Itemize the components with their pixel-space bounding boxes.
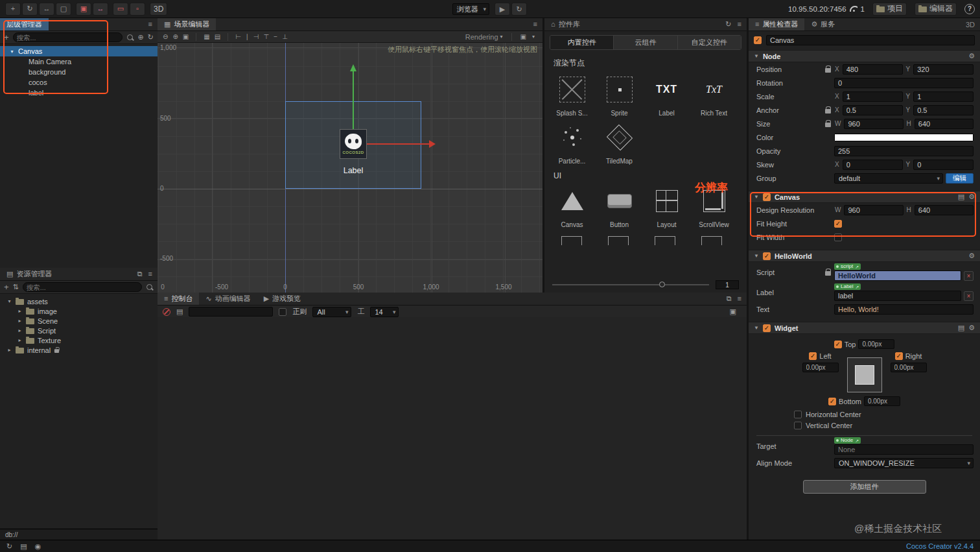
disclosure-closed-icon[interactable]: ▸ — [17, 308, 23, 314]
scale-y-input[interactable] — [913, 91, 974, 102]
fit-height-checkbox[interactable] — [834, 220, 842, 228]
skew-x-input[interactable] — [843, 160, 903, 170]
console-output[interactable] — [158, 317, 747, 540]
helloworld-enabled-checkbox[interactable] — [763, 252, 771, 260]
zoom-slider[interactable] — [552, 284, 709, 285]
script-type-badge[interactable]: script ↗ — [834, 263, 861, 270]
hierarchy-search-input[interactable] — [17, 34, 119, 42]
help-button[interactable]: ? — [964, 4, 975, 14]
node-active-checkbox[interactable] — [754, 36, 762, 44]
animation-editor-tab[interactable]: ∿ 动画编辑器 — [199, 293, 257, 305]
align-mode-dropdown[interactable]: ON_WINDOW_RESIZE — [834, 458, 974, 468]
panel-menu-icon[interactable]: ≡ — [738, 295, 741, 302]
label-type-badge[interactable]: Label ↗ — [834, 283, 861, 290]
library-item-layout[interactable]: Layout — [643, 187, 690, 228]
label-ref-input[interactable] — [834, 291, 961, 301]
font-size-dropdown[interactable]: 14 — [370, 307, 399, 317]
chevron-down-icon[interactable]: ▾ — [532, 34, 535, 40]
group-dropdown[interactable]: default — [834, 173, 943, 184]
widget-left-checkbox[interactable] — [809, 352, 817, 360]
panel-menu-icon[interactable]: ≡ — [148, 21, 152, 28]
widget-enabled-checkbox[interactable] — [763, 324, 771, 332]
pivot-toggle-button[interactable]: ▣ — [76, 3, 91, 16]
search-icon[interactable] — [146, 283, 154, 291]
target-node-input[interactable] — [834, 444, 974, 455]
scene-editor-tab[interactable]: ▦ 场景编辑器 — [158, 18, 216, 30]
position-x-input[interactable] — [843, 64, 903, 75]
open-project-button[interactable]: 项目 — [872, 3, 907, 16]
open-label-icon[interactable]: ↗ — [856, 285, 859, 289]
refresh-icon[interactable]: ↻ — [725, 21, 731, 28]
widget-bottom-input[interactable] — [864, 396, 900, 406]
create-asset-button[interactable]: + — [4, 283, 9, 291]
widget-bottom-checkbox[interactable] — [828, 398, 836, 405]
log-level-dropdown[interactable]: All — [312, 307, 351, 317]
helloworld-section-header[interactable]: ▼ HelloWorld ⚙ — [749, 250, 980, 262]
text-value-input[interactable] — [834, 304, 974, 315]
compile-icon[interactable]: ↻ — [6, 543, 12, 550]
horizontal-center-checkbox[interactable] — [794, 411, 802, 418]
rect-tool-button[interactable]: ▢ — [56, 3, 71, 16]
node-name-input[interactable] — [766, 35, 975, 45]
search-icon[interactable] — [126, 34, 134, 42]
size-h-input[interactable] — [915, 119, 974, 129]
gizmo-rect-button[interactable]: ▭ — [113, 3, 128, 16]
disclosure-closed-icon[interactable]: ▸ — [6, 347, 12, 353]
align-top-icon[interactable]: ⊤ — [264, 34, 270, 40]
size-w-input[interactable] — [844, 119, 903, 129]
label-node[interactable]: Label — [324, 166, 382, 175]
move-tool-button[interactable]: + — [5, 3, 21, 16]
tree-node-background[interactable]: background — [0, 67, 158, 77]
panel-menu-icon[interactable]: ≡ — [533, 21, 537, 28]
tab-custom-widgets[interactable]: 自定义控件 — [678, 36, 741, 49]
snap-toggle-icon[interactable]: ▤ — [215, 34, 220, 40]
widget-left-input[interactable] — [802, 363, 839, 372]
console-tab[interactable]: ≡ 控制台 — [158, 293, 199, 305]
tree-node-label[interactable]: label — [0, 88, 158, 98]
assets-tab[interactable]: ▤ 资源管理器 — [0, 268, 58, 280]
log-icon[interactable]: ▤ — [20, 543, 27, 550]
zoom-out-icon[interactable]: ⊖ — [163, 34, 168, 40]
remove-script-button[interactable]: × — [964, 271, 974, 281]
collapse-icon[interactable]: ▼ — [754, 194, 759, 200]
widget-section-header[interactable]: ▼ Widget ▤ ⚙ — [749, 322, 980, 334]
library-item-label[interactable]: TXT Label — [643, 75, 690, 117]
add-component-button[interactable]: 添加组件 — [803, 480, 926, 494]
canvas-enabled-checkbox[interactable] — [763, 193, 771, 201]
gear-icon[interactable]: ⚙ — [968, 324, 975, 331]
gear-icon[interactable]: ⚙ — [968, 252, 975, 259]
widget-library-tab[interactable]: ⌂ 控件库 — [544, 18, 587, 30]
doc-icon[interactable]: ▤ — [958, 193, 964, 200]
scene-viewport[interactable]: 使用鼠标右键平移视窗焦点，使用滚轮缩放视图 COCOS2D Label 1,00… — [158, 43, 542, 293]
node-section-header[interactable]: ▼ Node ⚙ — [749, 50, 980, 62]
collapse-icon[interactable]: ▼ — [754, 325, 759, 331]
zoom-in-icon[interactable]: ⊕ — [172, 34, 178, 40]
library-item-button[interactable]: Button — [596, 187, 643, 228]
library-item-sprite[interactable]: Sprite — [596, 75, 643, 117]
clear-console-icon[interactable] — [163, 308, 170, 316]
tree-node-image[interactable]: ▸ image — [0, 306, 158, 316]
gear-icon[interactable]: ⚙ — [968, 53, 975, 60]
library-item-richtext[interactable]: TxT Rich Text — [690, 75, 738, 117]
collapse-icon[interactable]: ▼ — [754, 53, 759, 59]
library-item-splash[interactable]: Splash S... — [548, 75, 596, 117]
tree-node-main-camera[interactable]: Main Camera — [0, 56, 158, 67]
disclosure-open-icon[interactable]: ▾ — [9, 49, 15, 54]
design-resolution-h-input[interactable] — [915, 205, 974, 215]
tab-cloud-widgets[interactable]: 云组件 — [614, 36, 677, 49]
disclosure-closed-icon[interactable]: ▸ — [17, 337, 23, 343]
services-tab[interactable]: ⚙ 服务 — [804, 18, 841, 30]
script-asset-input[interactable] — [834, 270, 961, 281]
disclosure-closed-icon[interactable]: ▸ — [17, 318, 23, 324]
group-edit-button[interactable]: 编辑 — [946, 173, 974, 184]
assets-search-input[interactable] — [27, 283, 138, 291]
locate-icon[interactable]: ⊕ — [138, 34, 144, 41]
doc-icon[interactable]: ▤ — [958, 324, 964, 331]
panel-menu-icon[interactable]: ≡ — [738, 21, 741, 28]
scale-x-input[interactable] — [843, 91, 903, 102]
preview-target-dropdown[interactable]: 浏览器 — [452, 3, 489, 15]
zoom-fit-icon[interactable]: ▣ — [183, 34, 189, 40]
tree-node-scene[interactable]: ▸ Scene — [0, 316, 158, 326]
lock-icon[interactable] — [825, 120, 831, 127]
create-node-button[interactable]: + — [4, 33, 9, 42]
